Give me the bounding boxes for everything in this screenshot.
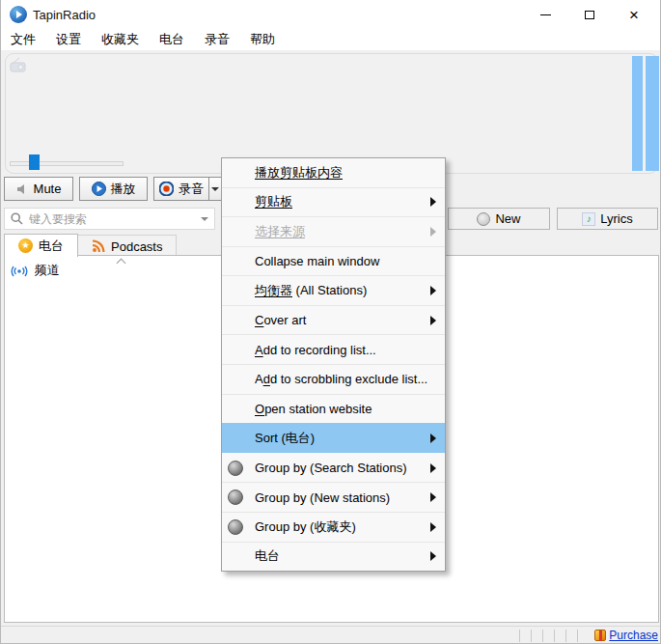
new-button-label: New bbox=[495, 211, 520, 226]
scroll-up-caret-icon[interactable] bbox=[118, 258, 125, 266]
context-menu-item-10[interactable]: Group by (Search Stations) bbox=[222, 453, 445, 483]
context-menu-item-label: Cover art bbox=[255, 313, 306, 327]
context-menu-item-label: 剪贴板 bbox=[255, 193, 292, 210]
submenu-arrow-icon bbox=[430, 227, 436, 237]
rss-icon bbox=[92, 239, 105, 253]
submenu-arrow-icon bbox=[430, 522, 436, 532]
search-box bbox=[4, 208, 215, 230]
submenu-arrow-icon bbox=[430, 197, 436, 207]
star-badge-icon: ★ bbox=[18, 238, 33, 253]
lyrics-button[interactable]: ♪ Lyrics bbox=[557, 208, 658, 230]
statusbar-separator bbox=[565, 630, 566, 642]
tab-podcasts[interactable]: Podcasts bbox=[78, 235, 177, 257]
context-menu-item-4[interactable]: 均衡器 (All Stations) bbox=[222, 275, 445, 305]
tree-item-channels[interactable]: 频道 bbox=[11, 262, 60, 279]
tab-stations-label: 电台 bbox=[39, 238, 64, 255]
new-button[interactable]: New bbox=[448, 208, 550, 230]
menubar-item-3[interactable]: 电台 bbox=[151, 29, 192, 50]
player-panel bbox=[5, 53, 658, 174]
context-menu-item-7[interactable]: Add to scrobbling exclude list... bbox=[222, 364, 445, 394]
statusbar-separator bbox=[531, 630, 532, 642]
context-menu-item-9[interactable]: Sort (电台) bbox=[222, 423, 445, 453]
app-play-icon bbox=[10, 6, 27, 23]
submenu-arrow-icon bbox=[430, 316, 436, 325]
tab-podcasts-label: Podcasts bbox=[111, 239, 162, 254]
context-menu-item-label: Add to scrobbling exclude list... bbox=[255, 372, 427, 386]
submenu-arrow-icon bbox=[430, 492, 436, 502]
purchase-area[interactable]: Purchase bbox=[594, 629, 658, 642]
context-menu-item-1[interactable]: 剪贴板 bbox=[222, 187, 445, 217]
record-icon bbox=[159, 182, 174, 196]
context-menu-item-3[interactable]: Collapse main window bbox=[222, 246, 445, 276]
context-menu: 播放剪贴板内容剪贴板选择来源Collapse main window均衡器 (A… bbox=[221, 157, 446, 572]
tab-stations[interactable]: ★ 电台 bbox=[4, 234, 78, 257]
vu-meter-bar-left bbox=[632, 56, 643, 171]
context-menu-item-13[interactable]: 电台 bbox=[222, 542, 445, 572]
context-menu-item-label: 选择来源 bbox=[255, 223, 305, 240]
context-menu-item-label: Collapse main window bbox=[255, 254, 379, 268]
context-menu-item-label: Group by (New stations) bbox=[255, 490, 390, 505]
statusbar-separator bbox=[577, 630, 578, 642]
statusbar-separator bbox=[542, 630, 543, 642]
search-input[interactable] bbox=[29, 212, 195, 226]
mute-button[interactable]: Mute bbox=[4, 177, 73, 201]
search-dropdown-icon[interactable] bbox=[201, 217, 208, 221]
play-button-label: 播放 bbox=[111, 181, 136, 198]
radio-ghost-icon bbox=[10, 57, 26, 73]
context-menu-item-11[interactable]: Group by (New stations) bbox=[222, 482, 445, 512]
context-menu-item-label: 电台 bbox=[255, 547, 280, 565]
volume-slider-thumb[interactable] bbox=[29, 154, 40, 170]
context-menu-item-label: Sort (电台) bbox=[255, 430, 315, 447]
context-menu-item-label: Add to recording list... bbox=[255, 343, 376, 357]
context-menu-item-label: Group by (Search Stations) bbox=[255, 461, 407, 475]
record-button-label: 录音 bbox=[179, 181, 204, 198]
play-icon bbox=[92, 182, 106, 196]
mute-button-label: Mute bbox=[34, 182, 62, 196]
context-menu-item-label: 播放剪贴板内容 bbox=[255, 164, 343, 182]
window-title: TapinRadio bbox=[33, 8, 96, 22]
volume-slider-track[interactable] bbox=[10, 161, 124, 166]
menu-bar: 文件设置收藏夹电台录音帮助 bbox=[1, 29, 661, 50]
vu-meter-bar-right bbox=[646, 56, 659, 171]
tab-strip: ★ 电台 Podcasts bbox=[4, 234, 177, 256]
status-bar: Purchase bbox=[1, 626, 661, 644]
menubar-item-5[interactable]: 帮助 bbox=[242, 29, 283, 50]
context-menu-item-label: Group by (收藏夹) bbox=[255, 518, 356, 536]
statusbar-separator bbox=[519, 630, 520, 642]
close-icon: × bbox=[629, 7, 639, 23]
music-note-icon: ♪ bbox=[582, 212, 595, 226]
sphere-icon bbox=[228, 490, 243, 505]
record-button[interactable]: 录音 bbox=[153, 177, 208, 201]
context-menu-item-2: 选择来源 bbox=[222, 216, 445, 246]
menubar-item-1[interactable]: 设置 bbox=[48, 29, 89, 50]
tree-item-channels-label: 频道 bbox=[35, 262, 60, 279]
minimize-button[interactable] bbox=[523, 0, 567, 29]
new-icon bbox=[477, 212, 490, 226]
chevron-down-icon bbox=[211, 187, 219, 191]
statusbar-separator bbox=[554, 630, 555, 642]
purchase-gift-icon bbox=[594, 630, 606, 641]
close-button[interactable]: × bbox=[612, 0, 656, 29]
submenu-arrow-icon bbox=[430, 463, 436, 473]
record-dropdown-button[interactable] bbox=[208, 177, 222, 201]
submenu-arrow-icon bbox=[430, 434, 436, 443]
menubar-item-2[interactable]: 收藏夹 bbox=[94, 29, 147, 50]
maximize-icon bbox=[585, 11, 594, 19]
lyrics-button-label: Lyrics bbox=[600, 211, 632, 226]
context-menu-item-12[interactable]: Group by (收藏夹) bbox=[222, 512, 445, 542]
title-bar: TapinRadio × bbox=[1, 0, 661, 29]
broadcast-icon bbox=[11, 264, 28, 277]
context-menu-item-8[interactable]: Open station website bbox=[222, 394, 445, 424]
context-menu-item-label: Open station website bbox=[255, 402, 372, 416]
menubar-item-4[interactable]: 录音 bbox=[197, 29, 237, 50]
sphere-icon bbox=[228, 461, 243, 476]
purchase-link[interactable]: Purchase bbox=[609, 629, 658, 642]
context-menu-item-5[interactable]: Cover art bbox=[222, 305, 445, 335]
context-menu-item-0[interactable]: 播放剪贴板内容 bbox=[222, 158, 445, 187]
sphere-icon bbox=[228, 519, 243, 535]
context-menu-item-6[interactable]: Add to recording list... bbox=[222, 334, 445, 364]
play-button[interactable]: 播放 bbox=[79, 177, 148, 201]
maximize-button[interactable] bbox=[567, 0, 612, 29]
submenu-arrow-icon bbox=[430, 286, 436, 295]
menubar-item-0[interactable]: 文件 bbox=[3, 29, 43, 50]
